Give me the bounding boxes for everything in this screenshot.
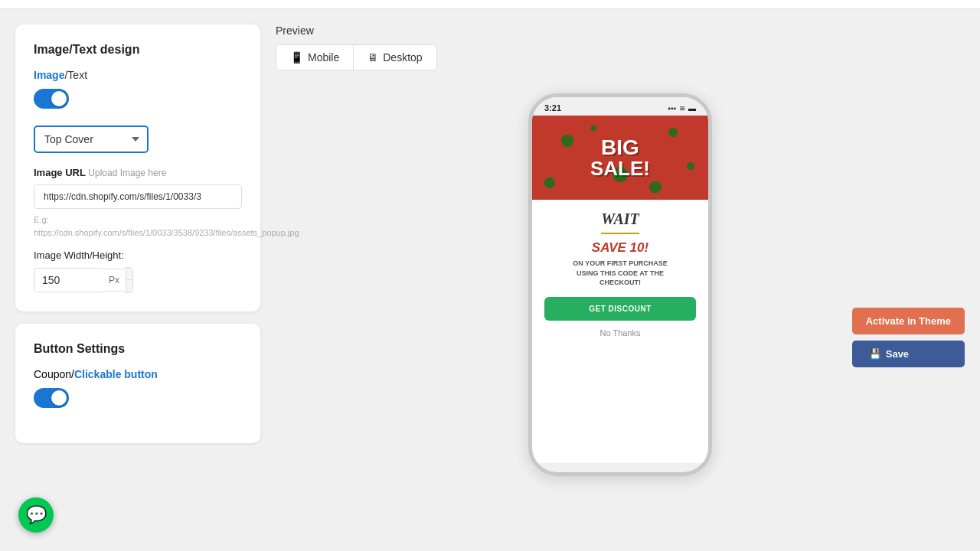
phone-status-bar: 3:21 ▪▪▪ ≋ ▬ xyxy=(532,97,708,116)
no-thanks-text[interactable]: No Thanks xyxy=(600,328,641,337)
sale-text-overlay: BIG SALE! xyxy=(590,137,650,178)
image-url-label: Image URL Upload Image here xyxy=(34,167,242,178)
px-label: Px xyxy=(103,269,126,292)
upload-image-text: Upload Image here xyxy=(88,168,166,178)
phone-mockup-wrapper: 3:21 ▪▪▪ ≋ ▬ BIG SALE! xyxy=(276,86,965,476)
top-cover-dropdown[interactable]: Top Cover Left Right Bottom xyxy=(34,126,149,153)
get-discount-button[interactable]: GET DISCOUNT xyxy=(544,297,696,321)
toggle-thumb xyxy=(51,91,67,106)
sale-image-area: BIG SALE! xyxy=(532,116,708,200)
save-button-label: Save xyxy=(886,348,909,360)
button-settings-card: Button Settings Coupon/Clickable button xyxy=(15,324,260,443)
phone-time: 3:21 xyxy=(544,103,561,112)
big-text: BIG xyxy=(590,137,650,158)
promo-text: ON YOUR FIRST PURCHASE USING THIS CODE A… xyxy=(573,259,667,288)
card-title-image-text: Image/Text design xyxy=(34,43,242,57)
left-panel: Image/Text design Image/Text Top Cover L… xyxy=(15,24,260,530)
coupon-toggle-container xyxy=(34,388,242,411)
desktop-icon: 🖥 xyxy=(368,51,378,64)
width-height-input-container: Px ▲ ▼ xyxy=(34,267,133,293)
image-url-input[interactable] xyxy=(34,184,242,209)
wifi-icon: ≋ xyxy=(679,104,685,112)
tab-desktop[interactable]: 🖥 Desktop xyxy=(354,45,436,70)
width-height-label: Image Width/Height: xyxy=(34,249,242,261)
toggle-label-blue: Image xyxy=(34,69,64,81)
stepper-down-button[interactable]: ▼ xyxy=(126,280,133,292)
toggle-label-normal: /Text xyxy=(64,69,87,81)
stepper-buttons: ▲ ▼ xyxy=(126,267,133,293)
example-text: E.g: https://cdn.shopify.com/s/files/1/0… xyxy=(34,214,242,239)
chat-icon: 💬 xyxy=(26,505,47,525)
image-text-toggle[interactable] xyxy=(34,89,69,109)
activate-in-theme-button[interactable]: Activate in Theme xyxy=(852,308,965,334)
signal-icon: ▪▪▪ xyxy=(668,104,676,112)
right-panel: Preview 📱 Mobile 🖥 Desktop 3:21 ▪▪▪ ≋ ▬ xyxy=(276,24,965,530)
top-bar xyxy=(0,0,980,9)
wait-text: WAIT xyxy=(601,210,639,228)
image-text-design-card: Image/Text design Image/Text Top Cover L… xyxy=(15,24,260,311)
mobile-icon: 📱 xyxy=(290,51,303,64)
tab-mobile-label: Mobile xyxy=(308,51,339,64)
preview-tabs: 📱 Mobile 🖥 Desktop xyxy=(276,44,437,70)
battery-icon: ▬ xyxy=(688,104,696,112)
save-button[interactable]: 💾 Save xyxy=(852,341,965,367)
coupon-toggle[interactable] xyxy=(34,388,69,408)
popup-content: WAIT SAVE 10! ON YOUR FIRST PURCHASE USI… xyxy=(532,200,708,463)
tab-mobile[interactable]: 📱 Mobile xyxy=(276,45,354,70)
main-container: Image/Text design Image/Text Top Cover L… xyxy=(0,9,980,545)
save-icon: 💾 xyxy=(869,348,881,360)
gold-divider xyxy=(601,233,639,234)
card-title-button-settings: Button Settings xyxy=(34,342,242,356)
width-input[interactable] xyxy=(34,268,103,292)
action-buttons: Activate in Theme 💾 Save xyxy=(852,308,965,367)
image-text-toggle-label: Image/Text xyxy=(34,69,242,81)
chat-bubble[interactable]: 💬 xyxy=(18,497,54,533)
top-cover-dropdown-container: Top Cover Left Right Bottom xyxy=(34,126,242,153)
preview-title: Preview xyxy=(276,24,965,37)
phone-mockup: 3:21 ▪▪▪ ≋ ▬ BIG SALE! xyxy=(528,93,712,476)
coupon-label: Coupon/Clickable button xyxy=(34,368,242,380)
image-text-toggle-container xyxy=(34,89,242,112)
coupon-toggle-thumb xyxy=(51,390,67,406)
phone-status-icons: ▪▪▪ ≋ ▬ xyxy=(668,104,696,112)
save-text: SAVE 10! xyxy=(592,240,648,256)
tab-desktop-label: Desktop xyxy=(383,51,422,64)
stepper-up-button[interactable]: ▲ xyxy=(126,268,133,280)
clickable-button-label: Clickable button xyxy=(74,368,158,380)
sale-word: SALE! xyxy=(590,158,650,178)
phone-content: BIG SALE! WAIT SAVE 10! ON YOUR FIRST PU… xyxy=(532,116,708,463)
